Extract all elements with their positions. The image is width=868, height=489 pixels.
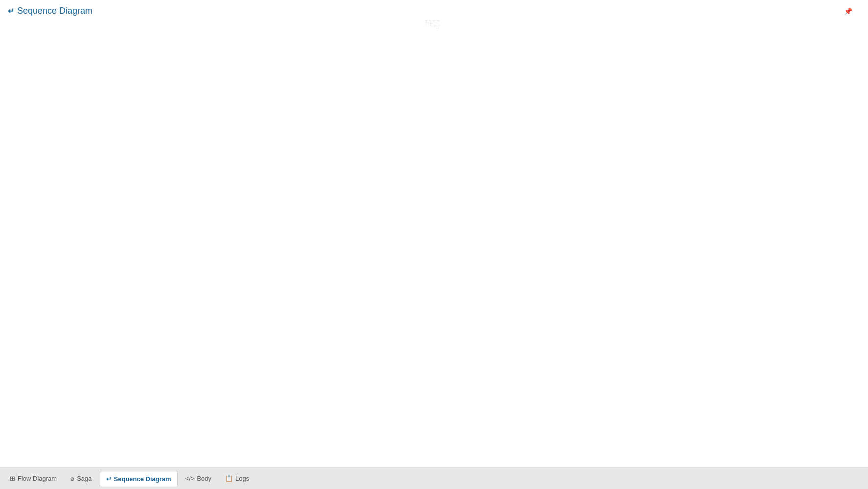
tab-logs-label: Logs bbox=[235, 475, 249, 482]
svg-text:≡ SubmitOrder: ≡ SubmitOrder bbox=[428, 22, 430, 23]
logs-icon: 📋 bbox=[225, 475, 233, 482]
svg-text:← OrderAccepted: ← OrderAccepted bbox=[438, 25, 440, 25]
tab-sequence-label: Sequence Diagram bbox=[114, 475, 171, 483]
svg-rect-4 bbox=[433, 21, 435, 21]
svg-text:← ClientBecamePreferred: ← ClientBecamePreferred bbox=[434, 26, 436, 26]
page-title: Sequence Diagram bbox=[17, 6, 92, 16]
tab-saga[interactable]: ⌀ Saga bbox=[65, 471, 97, 487]
body-icon: </> bbox=[185, 475, 195, 482]
tab-saga-label: Saga bbox=[77, 475, 91, 482]
sequence-diagram-svg: ⊞ Store.ECommerce ⊞ Store.Sales ⊞ Store.… bbox=[0, 20, 868, 30]
tab-sequence-diagram[interactable]: ↵ Sequence Diagram bbox=[100, 471, 178, 487]
diagram-area: ⊞ Store.ECommerce ⊞ Store.Sales ⊞ Store.… bbox=[0, 20, 868, 30]
svg-text:≡ OrderAccepted: ≡ OrderAccepted bbox=[433, 26, 434, 26]
svg-text:≡ OrderAccepted: ≡ OrderAccepted bbox=[436, 27, 438, 28]
tab-flow-diagram-label: Flow Diagram bbox=[18, 475, 57, 482]
svg-rect-2 bbox=[429, 21, 431, 21]
svg-text:≡ OrderPlaced: ≡ OrderPlaced bbox=[425, 24, 426, 24]
tab-body-label: Body bbox=[197, 475, 211, 482]
flow-diagram-icon: ⊞ bbox=[10, 475, 15, 482]
svg-text:SubmitOrder: SubmitOrder bbox=[431, 22, 432, 22]
svg-rect-6 bbox=[437, 21, 440, 21]
svg-text:≡ BuyersRemorseIsOver: ≡ BuyersRemorseIsOver bbox=[428, 24, 430, 25]
tab-flow-diagram[interactable]: ⊞ Flow Diagram bbox=[4, 471, 63, 487]
saga-icon: ⌀ bbox=[70, 475, 74, 482]
sequence-icon: ↵ bbox=[106, 475, 112, 483]
svg-text:⏱ BuyersRemorseIsOver: ⏱ BuyersRemorseIsOver bbox=[431, 23, 433, 23]
tab-body[interactable]: </> Body bbox=[180, 471, 217, 487]
tab-logs[interactable]: 📋 Logs bbox=[219, 471, 255, 487]
title-icon: ↵ bbox=[8, 6, 14, 16]
svg-text:≡ ClientBecamePreferred: ≡ ClientBecamePreferred bbox=[432, 27, 434, 27]
svg-text:← OrderAccepted: ← OrderAccepted bbox=[434, 25, 436, 25]
tab-bar: ⊞ Flow Diagram ⌀ Saga ↵ Sequence Diagram… bbox=[0, 467, 868, 489]
title-bar: ↵ Sequence Diagram 📌 bbox=[0, 0, 868, 20]
svg-rect-0 bbox=[425, 21, 428, 21]
pin-icon[interactable]: 📌 bbox=[844, 7, 860, 15]
svg-text:← OrderPlaced: ← OrderPlaced bbox=[425, 22, 427, 23]
